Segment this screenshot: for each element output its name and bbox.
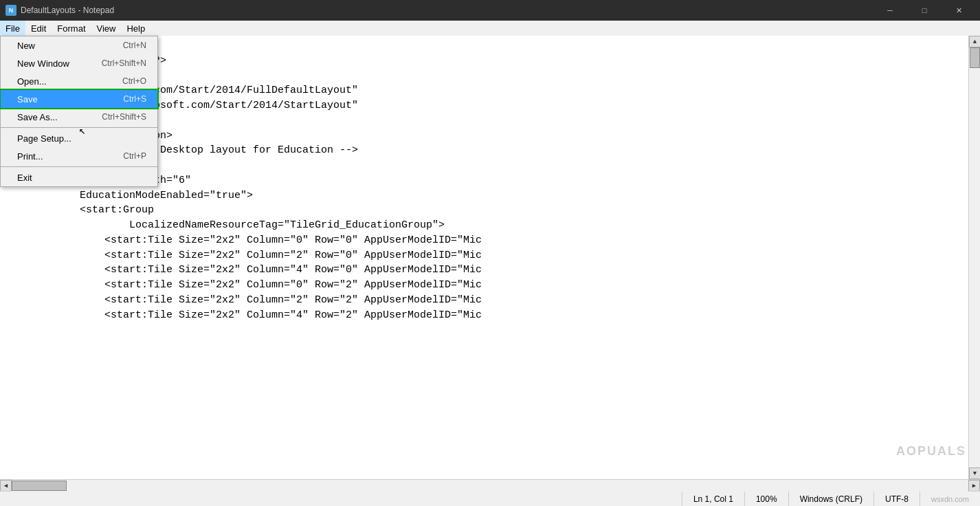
- app-icon: N: [5, 5, 16, 16]
- status-encoding: UTF-8: [873, 492, 920, 506]
- menu-save[interactable]: Save Ctrl+S: [1, 90, 157, 108]
- menu-print-label: Print...: [17, 151, 43, 162]
- h-scroll-track[interactable]: [12, 480, 968, 492]
- menu-separator-2: [1, 166, 157, 167]
- status-line-ending: Windows (CRLF): [788, 492, 873, 506]
- menu-new[interactable]: New Ctrl+N: [1, 36, 157, 54]
- status-extra: wsxdn.com: [920, 492, 980, 506]
- menu-open-label: Open...: [17, 76, 47, 87]
- title-bar: N DefaultLayouts - Notepad ─ □ ✕: [0, 0, 980, 21]
- h-scroll-right-button[interactable]: ▶: [968, 480, 980, 492]
- menu-page-setup[interactable]: Page Setup...: [1, 129, 157, 147]
- help-menu-item[interactable]: Help: [121, 21, 151, 36]
- status-bar: Ln 1, Col 1 100% Windows (CRLF) UTF-8 ws…: [0, 491, 980, 506]
- vertical-scrollbar[interactable]: ▲ ▼: [968, 36, 980, 479]
- menu-separator-1: [1, 127, 157, 128]
- menu-exit[interactable]: Exit: [1, 168, 157, 186]
- menu-bar: File Edit Format View Help New Ctrl+N Ne…: [0, 21, 980, 36]
- menu-new-shortcut: Ctrl+N: [123, 41, 146, 50]
- menu-new-window-shortcut: Ctrl+Shift+N: [102, 58, 146, 68]
- menu-open-shortcut: Ctrl+O: [122, 76, 146, 86]
- menu-new-label: New: [17, 41, 35, 51]
- format-menu-item[interactable]: Format: [52, 21, 91, 36]
- menu-save-as-label: Save As...: [17, 112, 58, 122]
- menu-open[interactable]: Open... Ctrl+O: [1, 72, 157, 90]
- horizontal-scrollbar[interactable]: ◀ ▶: [0, 479, 980, 491]
- scroll-thumb[interactable]: [970, 47, 980, 68]
- edit-menu-item[interactable]: Edit: [25, 21, 52, 36]
- window-title: DefaultLayouts - Notepad: [21, 6, 114, 15]
- menu-save-label: Save: [17, 94, 38, 104]
- scroll-up-button[interactable]: ▲: [969, 36, 980, 47]
- menu-new-window[interactable]: New Window Ctrl+Shift+N: [1, 54, 157, 72]
- menu-save-as[interactable]: Save As... Ctrl+Shift+S: [1, 108, 157, 126]
- maximize-button[interactable]: □: [909, 0, 940, 21]
- minimize-button[interactable]: ─: [874, 0, 906, 21]
- file-dropdown: New Ctrl+N New Window Ctrl+Shift+N Open.…: [0, 36, 158, 187]
- menu-page-setup-label: Page Setup...: [17, 133, 71, 144]
- status-position: Ln 1, Col 1: [682, 492, 744, 506]
- view-menu-item[interactable]: View: [91, 21, 122, 36]
- menu-new-window-label: New Window: [17, 58, 69, 69]
- menu-print-shortcut: Ctrl+P: [123, 151, 146, 161]
- window-controls: ─ □ ✕: [874, 0, 975, 21]
- file-menu-item[interactable]: File: [0, 21, 25, 36]
- menu-save-as-shortcut: Ctrl+Shift+S: [102, 112, 146, 122]
- close-button[interactable]: ✕: [943, 0, 975, 21]
- h-scroll-thumb[interactable]: [12, 481, 67, 491]
- menu-save-shortcut: Ctrl+S: [123, 94, 146, 104]
- menu-exit-label: Exit: [17, 173, 32, 183]
- scroll-down-button[interactable]: ▼: [969, 468, 980, 479]
- h-scroll-left-button[interactable]: ◀: [0, 480, 12, 492]
- menu-print[interactable]: Print... Ctrl+P: [1, 147, 157, 165]
- status-zoom: 100%: [744, 492, 788, 506]
